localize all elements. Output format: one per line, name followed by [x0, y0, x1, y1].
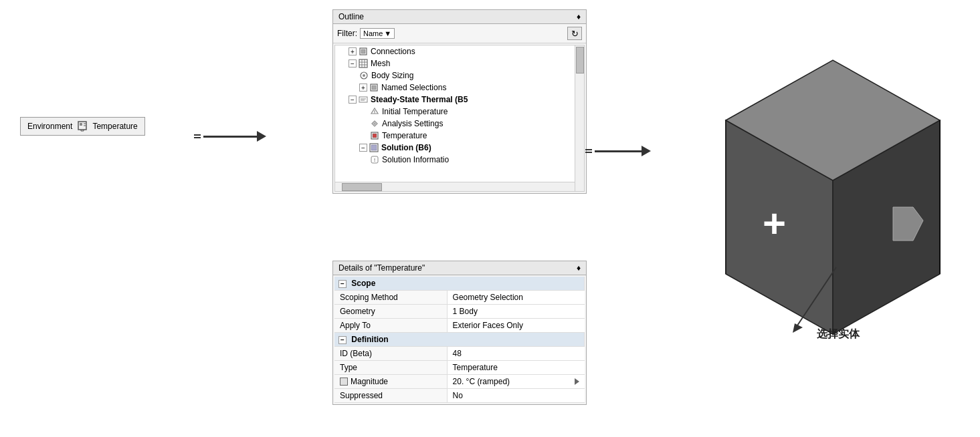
tree-container: + Connections − Mesh Body Sizing + Named… [334, 45, 585, 192]
magnitude-value: 20. °C (ramped) [453, 377, 510, 386]
tree-item-named-selections[interactable]: + Named Selections [335, 82, 584, 94]
horizontal-scrollbar[interactable] [335, 182, 575, 191]
tree-label: Body Sizing [371, 71, 413, 80]
details-title-bar: Details of "Temperature" ♦ [333, 261, 586, 275]
svg-rect-5 [361, 49, 365, 53]
definition-label: Definition [351, 335, 388, 344]
outline-pin: ♦ [577, 12, 581, 21]
magnitude-checkbox[interactable] [340, 378, 348, 386]
plus-symbol: + [763, 201, 786, 246]
tree-item-initial-temp[interactable]: Initial Temperature [335, 106, 584, 118]
expand-icon[interactable]: − [359, 144, 367, 152]
expand-icon[interactable]: − [349, 96, 357, 104]
svg-point-12 [363, 74, 365, 77]
row-id-beta: ID (Beta) 48 [334, 347, 585, 361]
svg-point-20 [374, 112, 375, 114]
chinese-label: 选择实体 [817, 327, 860, 341]
expand-icon[interactable]: + [359, 84, 367, 92]
tree-item-solution-info[interactable]: ! Solution Informatio [335, 154, 584, 166]
section-scope: − Scope [334, 277, 585, 291]
key-apply-to: Apply To [334, 319, 447, 333]
key-scoping-method: Scoping Method [334, 291, 447, 305]
svg-rect-6 [359, 59, 367, 67]
details-panel: Details of "Temperature" ♦ − Scope Scopi… [332, 261, 587, 405]
val-id-beta: 48 [447, 347, 584, 361]
svg-point-21 [373, 122, 376, 125]
temperature-label: Temperature [92, 122, 137, 131]
outline-title: Outline [338, 12, 364, 21]
named-selections-icon [369, 83, 379, 92]
val-geometry: 1 Body [447, 305, 584, 319]
tree-item-steady-state[interactable]: − Steady-State Thermal (B5 [335, 94, 584, 106]
svg-line-35 [796, 267, 836, 327]
filter-label: Filter: [337, 29, 357, 38]
row-type: Type Temperature [334, 361, 585, 375]
scrollbar-thumb[interactable] [576, 47, 584, 74]
temperature-icon [76, 120, 88, 132]
val-scoping-method: Geometry Selection [447, 291, 584, 305]
section-definition: − Definition [334, 333, 585, 347]
tree-label: Named Selections [381, 83, 446, 92]
row-scoping-method: Scoping Method Geometry Selection [334, 291, 585, 305]
key-magnitude: Magnitude [334, 375, 447, 389]
svg-rect-25 [371, 145, 377, 150]
collapse-definition[interactable]: − [338, 336, 347, 344]
tree-item-connections[interactable]: + Connections [335, 45, 584, 57]
row-suppressed: Suppressed No [334, 389, 585, 403]
tree-label: Solution Informatio [382, 155, 449, 164]
tree-item-mesh[interactable]: − Mesh [335, 57, 584, 69]
env-label: Environment [27, 122, 72, 131]
magnitude-key-label: Magnitude [351, 377, 388, 386]
tree-label: Analysis Settings [382, 119, 443, 128]
chevron-down-icon: ▼ [384, 29, 391, 37]
expand-icon[interactable]: + [349, 47, 357, 55]
row-geometry: Geometry 1 Body [334, 305, 585, 319]
temperature-tree-icon [370, 131, 379, 140]
connections-icon [359, 47, 368, 56]
vertical-scrollbar[interactable] [575, 45, 584, 191]
outline-title-bar: Outline ♦ [333, 10, 586, 24]
body-sizing-icon [359, 71, 369, 80]
key-type: Type [334, 361, 447, 375]
tree-item-temperature[interactable]: Temperature [335, 130, 584, 142]
outline-panel: Outline ♦ Filter: Name ▼ ↻ + Connections… [332, 9, 587, 194]
steady-state-icon [359, 95, 368, 104]
tree-item-analysis-settings[interactable]: Analysis Settings [335, 118, 584, 130]
val-apply-to: Exterior Faces Only [447, 319, 584, 333]
right-arrow [585, 146, 651, 156]
tree-label: Steady-State Thermal (B5 [371, 95, 468, 104]
svg-rect-1 [80, 123, 82, 126]
val-magnitude[interactable]: 20. °C (ramped) [447, 375, 584, 389]
tree-label: Mesh [371, 59, 390, 68]
tree-label: Temperature [382, 131, 427, 140]
filter-bar: Filter: Name ▼ ↻ [333, 24, 586, 43]
svg-rect-15 [359, 97, 367, 102]
magnitude-expand-icon[interactable] [575, 378, 579, 385]
filter-dropdown[interactable]: Name ▼ [360, 28, 395, 39]
svg-text:!: ! [374, 157, 376, 163]
initial-temp-icon [370, 107, 379, 116]
filter-value: Name [363, 29, 383, 37]
details-title: Details of "Temperature" [338, 263, 425, 273]
key-geometry: Geometry [334, 305, 447, 319]
row-apply-to: Apply To Exterior Faces Only [334, 319, 585, 333]
expand-icon[interactable]: − [349, 59, 357, 67]
horiz-scrollbar-thumb[interactable] [342, 183, 382, 191]
details-table: − Scope Scoping Method Geometry Selectio… [334, 277, 585, 403]
solution-info-icon: ! [370, 155, 379, 164]
svg-rect-23 [373, 134, 377, 138]
environment-panel: Environment Temperature [20, 117, 145, 136]
tree-item-solution[interactable]: − Solution (B6) [335, 142, 584, 154]
tree-label: Initial Temperature [382, 107, 448, 116]
tree-item-body-sizing[interactable]: Body Sizing [335, 69, 584, 82]
solution-icon [369, 143, 379, 152]
collapse-scope[interactable]: − [338, 280, 347, 288]
key-suppressed: Suppressed [334, 389, 447, 403]
analysis-settings-icon [370, 119, 379, 128]
refresh-button[interactable]: ↻ [567, 27, 582, 40]
row-magnitude[interactable]: Magnitude 20. °C (ramped) [334, 375, 585, 389]
left-arrow [194, 131, 266, 142]
val-type: Temperature [447, 361, 584, 375]
val-suppressed: No [447, 389, 584, 403]
key-id-beta: ID (Beta) [334, 347, 447, 361]
